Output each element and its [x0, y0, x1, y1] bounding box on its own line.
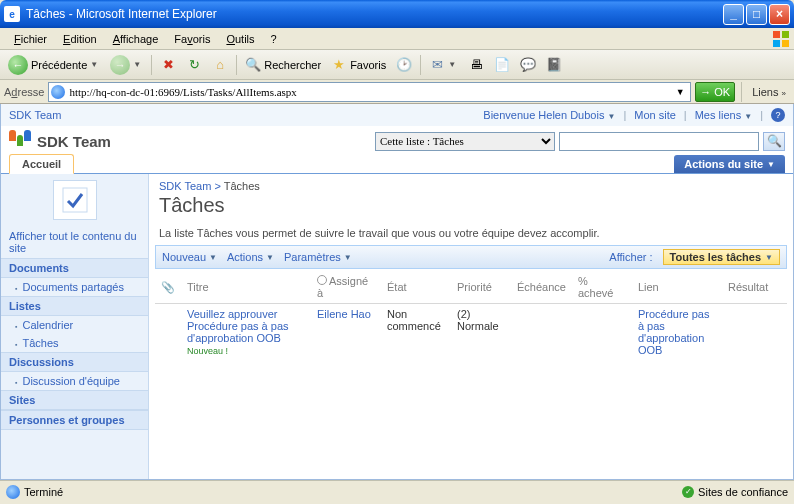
history-button[interactable]: 🕑	[392, 55, 416, 75]
nav-team-discussion[interactable]: Discussion d'équipe	[1, 372, 148, 390]
svg-rect-1	[782, 31, 789, 38]
home-button[interactable]: ⌂	[208, 55, 232, 75]
cell-assigned: Eilene Hao	[311, 304, 381, 361]
ie-icon: e	[4, 6, 20, 22]
page-icon	[51, 85, 65, 99]
search-scope-select[interactable]: Cette liste : Tâches	[375, 132, 555, 151]
radio-icon	[317, 275, 327, 285]
status-text: Terminé	[24, 486, 63, 498]
print-button[interactable]: 🖶	[464, 55, 488, 75]
svg-rect-4	[63, 188, 87, 212]
cell-result	[722, 304, 787, 361]
settings-menu[interactable]: Paramètres▼	[284, 251, 352, 263]
col-link[interactable]: Lien	[632, 271, 722, 304]
show-label: Afficher :	[609, 251, 652, 263]
tab-accueil[interactable]: Accueil	[9, 154, 74, 174]
mylinks-menu[interactable]: Mes liens ▼	[695, 109, 752, 121]
menu-outils[interactable]: Outils	[218, 31, 262, 47]
window-title: Tâches - Microsoft Internet Explorer	[26, 7, 723, 21]
nav-head-documents[interactable]: Documents	[1, 258, 148, 278]
help-icon[interactable]: ?	[771, 108, 785, 122]
close-button[interactable]: ×	[769, 4, 790, 25]
nav-head-discussions[interactable]: Discussions	[1, 352, 148, 372]
zone-text: Sites de confiance	[698, 486, 788, 498]
col-due[interactable]: Échéance	[511, 271, 572, 304]
nav-head-sites[interactable]: Sites	[1, 390, 148, 410]
quick-launch: Afficher tout le contenu du site Documen…	[1, 174, 149, 479]
site-actions-menu[interactable]: Actions du site▼	[674, 155, 785, 173]
address-dropdown[interactable]: ▼	[672, 87, 688, 97]
site-logo-icon	[9, 130, 31, 152]
table-row[interactable]: Veuillez approuver Procédure pas à pas d…	[155, 304, 787, 361]
new-badge: Nouveau !	[187, 346, 228, 356]
browser-toolbar: ←Précédente▼ →▼ ✖ ↻ ⌂ 🔍Rechercher ★Favor…	[0, 50, 794, 80]
cell-due	[511, 304, 572, 361]
back-button[interactable]: ←Précédente▼	[4, 53, 104, 77]
edit-button[interactable]: 📄	[490, 55, 514, 75]
nav-head-lists[interactable]: Listes	[1, 296, 148, 316]
col-assigned[interactable]: Assigné à	[311, 271, 381, 304]
address-input[interactable]	[69, 86, 672, 98]
menu-edition[interactable]: Edition	[55, 31, 105, 47]
breadcrumb: SDK Team > Tâches	[149, 174, 793, 194]
address-box[interactable]: ▼	[48, 82, 691, 102]
svg-rect-0	[773, 31, 780, 38]
menu-bar: Fichier Edition Affichage Favoris Outils…	[0, 28, 794, 50]
global-nav-site[interactable]: SDK Team	[9, 109, 61, 121]
page-title: Tâches	[149, 194, 793, 223]
search-input[interactable]	[559, 132, 759, 151]
col-status[interactable]: État	[381, 271, 451, 304]
trusted-sites-icon: ✓	[682, 486, 694, 498]
forward-button[interactable]: →▼	[106, 53, 147, 77]
go-button[interactable]: →OK	[695, 82, 735, 102]
cell-status: Non commencé	[381, 304, 451, 361]
crumb-current: Tâches	[224, 180, 260, 192]
col-pct[interactable]: % achevé	[572, 271, 632, 304]
top-tabs: Accueil Actions du site▼	[1, 152, 793, 174]
refresh-button[interactable]: ↻	[182, 55, 206, 75]
menu-aide[interactable]: ?	[263, 31, 285, 47]
content-frame: SDK Team Bienvenue Helen Dubois ▼ | Mon …	[0, 104, 794, 480]
links-button[interactable]: Liens »	[748, 86, 790, 98]
nav-head-people[interactable]: Personnes et groupes	[1, 410, 148, 430]
cell-title: Veuillez approuver Procédure pas à pas d…	[181, 304, 311, 361]
nav-calendar[interactable]: Calendrier	[1, 316, 148, 334]
paperclip-icon: 📎	[161, 281, 175, 293]
col-title[interactable]: Titre	[181, 271, 311, 304]
col-result[interactable]: Résultat	[722, 271, 787, 304]
favorites-button[interactable]: ★Favoris	[327, 55, 390, 75]
windows-logo-icon	[772, 30, 790, 48]
minimize-button[interactable]: _	[723, 4, 744, 25]
maximize-button[interactable]: □	[746, 4, 767, 25]
search-go-button[interactable]: 🔍	[763, 132, 785, 151]
mail-button[interactable]: ✉▼	[425, 55, 462, 75]
list-toolbar: Nouveau▼ Actions▼ Paramètres▼ Afficher :…	[155, 245, 787, 269]
global-nav: SDK Team Bienvenue Helen Dubois ▼ | Mon …	[1, 104, 793, 126]
crumb-root[interactable]: SDK Team	[159, 180, 211, 192]
list-description: La liste Tâches vous permet de suivre le…	[149, 223, 793, 243]
research-button[interactable]: 📓	[542, 55, 566, 75]
site-header: SDK Team Cette liste : Tâches 🔍	[1, 126, 793, 152]
mysite-link[interactable]: Mon site	[634, 109, 676, 121]
search-button[interactable]: 🔍Rechercher	[241, 55, 325, 75]
svg-rect-2	[773, 40, 780, 47]
list-icon	[53, 180, 97, 220]
nav-tasks[interactable]: Tâches	[1, 334, 148, 352]
svg-rect-3	[782, 40, 789, 47]
stop-button[interactable]: ✖	[156, 55, 180, 75]
actions-menu[interactable]: Actions▼	[227, 251, 274, 263]
cell-link: Procédure pas à pas d'approbation OOB	[632, 304, 722, 361]
view-selector[interactable]: Toutes les tâches▼	[663, 249, 780, 265]
menu-favoris[interactable]: Favoris	[166, 31, 218, 47]
col-attachment[interactable]: 📎	[155, 271, 181, 304]
menu-affichage[interactable]: Affichage	[105, 31, 167, 47]
welcome-menu[interactable]: Bienvenue Helen Dubois ▼	[483, 109, 615, 121]
menu-fichier[interactable]: Fichier	[6, 31, 55, 47]
col-priority[interactable]: Priorité	[451, 271, 511, 304]
view-all-content-link[interactable]: Afficher tout le contenu du site	[1, 226, 148, 258]
cell-pct	[572, 304, 632, 361]
address-label: Adresse	[4, 86, 44, 98]
nav-shared-docs[interactable]: Documents partagés	[1, 278, 148, 296]
new-menu[interactable]: Nouveau▼	[162, 251, 217, 263]
discuss-button[interactable]: 💬	[516, 55, 540, 75]
